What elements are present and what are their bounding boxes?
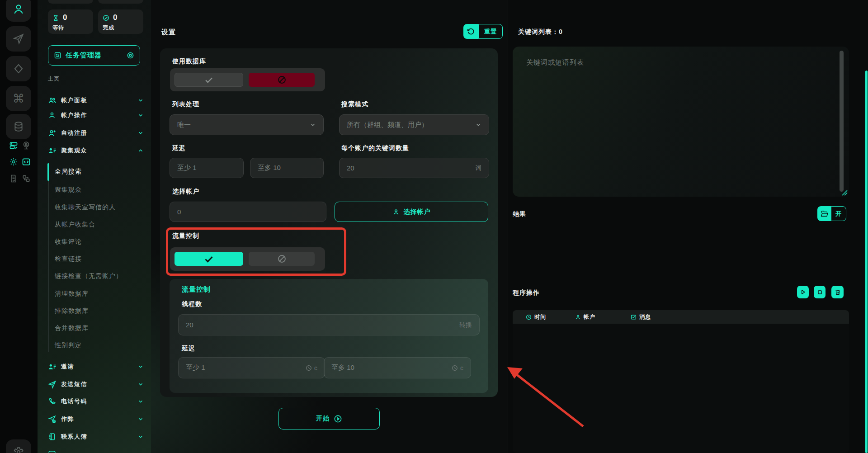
check-circle-icon [103, 14, 109, 21]
submenu-item[interactable]: 从帐户收集合 [55, 220, 95, 230]
keywords-per-account-input[interactable]: 20 词 [339, 158, 489, 178]
chevron-down-icon [137, 398, 144, 405]
start-button[interactable]: 开始 [278, 408, 380, 429]
threads-input[interactable]: 20 转播 [178, 314, 480, 335]
submenu-item[interactable]: 排除数据库 [55, 306, 89, 316]
sidebar-item-send-sms[interactable]: 发送短信 [48, 379, 144, 390]
sidebar-item-contacts[interactable]: 联系人簿 [48, 431, 144, 442]
person-icon [392, 208, 400, 216]
profile-rail-button[interactable] [6, 0, 31, 22]
log-table-header: 时间 帐户 消息 [513, 310, 849, 324]
submenu-item[interactable]: 合并数据库 [55, 323, 89, 333]
list-processing-select[interactable]: 唯一 [170, 114, 324, 135]
delay-max-value: 至多 10 [258, 164, 281, 172]
chevron-down-icon [137, 97, 144, 104]
flow-delay-max-input[interactable]: 至多 10 c [324, 357, 471, 378]
search-mode-select[interactable]: 所有（群组、频道、用户） [339, 114, 489, 135]
resize-handle-icon[interactable] [842, 190, 848, 196]
user-plus-icon [48, 129, 57, 137]
clock-icon [306, 365, 312, 371]
run-button[interactable] [797, 286, 809, 298]
chevron-down-icon [137, 416, 144, 422]
column-account-label: 帐户 [584, 313, 595, 321]
account-count-input[interactable]: 0 [170, 202, 326, 222]
send-plus-icon [48, 415, 57, 424]
submenu-item[interactable]: 收集评论 [55, 237, 82, 247]
settings-rail-button[interactable] [6, 439, 31, 453]
code-window-icon[interactable] [21, 157, 31, 166]
sidebar-item-account-panel[interactable]: 帐户面板 [48, 95, 144, 106]
search-mode-label: 搜索模式 [341, 100, 368, 109]
open-results-control[interactable]: 开 [817, 206, 846, 221]
submenu-item[interactable]: 收集聊天室写信的人 [55, 203, 116, 212]
main-content: 设置 重置 使用数据库 [151, 0, 508, 453]
flow-off-option[interactable] [249, 252, 315, 266]
submenu-item[interactable]: 性别判定 [55, 340, 82, 350]
folder-open-icon[interactable] [817, 206, 831, 221]
sidebar-item-cheat[interactable]: 作弊 [48, 414, 144, 425]
sidebar-item-account-ops[interactable]: 帐户操作 [48, 110, 144, 121]
submenu-item-global-search[interactable]: 全局搜索 [55, 167, 82, 177]
cutoff-tile [98, 0, 143, 4]
document-check-icon[interactable] [9, 174, 18, 183]
reset-control[interactable]: 重置 [463, 24, 503, 39]
user-camera-icon[interactable] [21, 141, 31, 150]
sidebar-item-label: 发送短信 [61, 380, 133, 388]
keywords-list-title: 关键词列表：0 [518, 28, 563, 36]
rotate-ccw-icon[interactable] [463, 24, 478, 39]
submenu-item[interactable]: 检查链接 [55, 254, 82, 264]
diamond-rail-button[interactable] [6, 56, 31, 81]
sidebar-item-cutoff[interactable] [48, 448, 144, 453]
database-rail-button[interactable] [6, 114, 31, 139]
phone-icon [48, 397, 57, 406]
reset-button[interactable]: 重置 [478, 24, 503, 39]
open-button[interactable]: 开 [831, 206, 846, 221]
stop-button[interactable] [814, 286, 826, 298]
active-item-bar [47, 163, 49, 181]
task-manager-button[interactable]: 任务管理器 [48, 45, 140, 66]
page-scrollbar[interactable] [865, 71, 868, 453]
pending-count: 0 [63, 13, 67, 22]
done-label: 完成 [98, 22, 143, 32]
search-mode-value: 所有（群组、频道、用户） [347, 121, 428, 129]
server-check-icon[interactable] [9, 141, 18, 150]
app-window: ⌘ [0, 0, 868, 453]
delay-min-input[interactable]: 至少 1 [170, 158, 244, 178]
submenu-item[interactable]: 链接检查（无需账户） [55, 271, 123, 281]
column-account: 帐户 [575, 313, 595, 321]
select-account-button[interactable]: 选择帐户 [335, 202, 488, 222]
sidebar-item-phone-numbers[interactable]: 电话号码 [48, 396, 144, 407]
chevron-down-icon [137, 434, 144, 440]
keywords-per-account-value: 20 [347, 164, 354, 172]
use-db-yes-option[interactable] [175, 73, 243, 87]
hourglass-icon [52, 14, 59, 21]
select-account-label: 选择帐户 [172, 188, 199, 196]
flow-on-option[interactable] [175, 252, 243, 266]
play-circle-icon [334, 415, 342, 423]
program-ops-label: 程序操作 [513, 289, 540, 297]
sidebar-item-gather-audience[interactable]: 聚集观众 [48, 145, 144, 156]
gear-icon[interactable] [9, 157, 18, 166]
command-rail-button[interactable]: ⌘ [6, 86, 31, 111]
prohibit-icon [277, 254, 287, 264]
command-icon: ⌘ [13, 93, 24, 104]
done-count: 0 [113, 13, 117, 22]
send-icon [13, 33, 24, 45]
sidebar-item-invite[interactable]: 邀请 [48, 361, 144, 372]
delay-max-input[interactable]: 至多 10 [250, 158, 324, 178]
submenu-item[interactable]: 聚集观众 [55, 185, 82, 195]
flow-delay-min-input[interactable]: 至少 1 c [178, 357, 325, 378]
send-rail-button[interactable] [6, 26, 31, 52]
use-db-no-option[interactable] [249, 73, 315, 87]
delay-min-value: 至少 1 [177, 164, 197, 172]
submenu-item[interactable]: 清理数据库 [55, 289, 89, 299]
sidebar-item-label: 作弊 [61, 415, 133, 423]
clear-log-button[interactable] [831, 286, 844, 298]
database-icon [13, 121, 24, 132]
textarea-scrollbar[interactable] [840, 51, 844, 192]
diamond-icon [13, 63, 24, 75]
keywords-textarea[interactable]: 关键词或短语列表 [513, 47, 849, 197]
shuffle-icon[interactable] [21, 174, 31, 183]
done-counter-card: 0 完成 [98, 9, 143, 34]
sidebar-item-auto-register[interactable]: 自动注册 [48, 127, 144, 138]
